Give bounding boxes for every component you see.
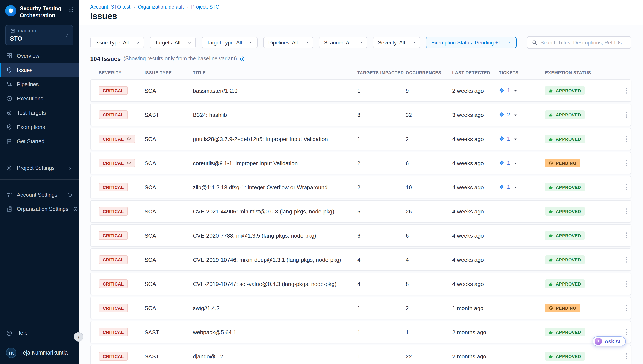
table-row[interactable]: CRITICAL SAST django@1.2 1 22 2 months a… (90, 345, 631, 364)
issue-title[interactable]: CVE-2019-10747: set-value@0.4.3 (lang-pk… (193, 280, 357, 287)
filter-pipelines[interactable]: Pipelines: All (263, 37, 313, 48)
last-detected-cell: 4 weeks ago (452, 232, 499, 239)
help-button[interactable]: Help (6, 327, 73, 339)
issue-type-cell: SAST (145, 329, 193, 335)
issue-title[interactable]: django@1.2 (193, 353, 357, 360)
tickets-cell: 1 (499, 87, 545, 94)
row-menu-kebab[interactable] (623, 206, 630, 217)
sidebar-item-account-settings[interactable]: Account Settings (0, 188, 79, 202)
filter-targets[interactable]: Targets: All (150, 37, 196, 48)
severity-cell: CRITICAL (99, 159, 145, 167)
issue-title[interactable]: gnutls28@3.7.9-2+deb12u5: Improper Input… (193, 136, 357, 142)
cube-icon (10, 28, 16, 34)
ticket-link[interactable]: 1 (499, 159, 510, 166)
issue-title[interactable]: B324: hashlib (193, 112, 357, 118)
table-row[interactable]: CRITICAL SCA swig//1.4.2 1 2 1 month ago… (90, 297, 631, 319)
column-header-issue-type[interactable]: ISSUE TYPE (145, 70, 193, 75)
table-row[interactable]: CRITICAL SCA CVE-2021-44906: minimist@0.… (90, 200, 631, 222)
breadcrumb-link-account-sto-test[interactable]: Account: STO test (90, 4, 130, 10)
breadcrumb-link-organization-default[interactable]: Organization: default (138, 4, 184, 10)
filter-target-type[interactable]: Target Type: All (202, 37, 258, 48)
sidebar-item-overview[interactable]: Overview (0, 49, 79, 63)
sidebar-item-issues[interactable]: Issues (0, 63, 79, 78)
table-row[interactable]: CRITICAL SCA bassmaster//1.2.0 1 9 2 wee… (90, 79, 631, 102)
search-input[interactable] (540, 40, 626, 46)
row-menu-kebab[interactable] (623, 182, 630, 193)
filter-exemption-status[interactable]: Exemption Status: Pending +1 (426, 37, 517, 48)
search-box[interactable] (527, 36, 631, 49)
sidebar-item-exemptions[interactable]: Exemptions (0, 120, 79, 134)
exemption-cell: APPROVED (545, 255, 622, 264)
table-row[interactable]: CRITICAL SCA CVE-2019-10747: set-value@0… (90, 272, 631, 295)
sidebar-item-organization-settings[interactable]: Organization Settings (0, 202, 79, 216)
column-header-targets-impacted[interactable]: TARGETS IMPACTED (357, 70, 406, 75)
ticket-caret[interactable] (513, 88, 518, 93)
table-row[interactable]: CRITICAL SCA CVE-2019-10746: mixin-deep@… (90, 248, 631, 271)
row-menu-kebab[interactable] (623, 302, 630, 314)
row-menu-kebab[interactable] (623, 254, 630, 265)
table-row[interactable]: CRITICAL SAST webpack@5.64.1 1 1 2 month… (90, 321, 631, 343)
user-menu[interactable]: TK Teja Kummarikuntla (6, 347, 73, 359)
issue-title[interactable]: zlib@1:1.2.13.dfsg-1: Integer Overflow o… (193, 184, 357, 190)
sidebar-item-project-settings[interactable]: Project Settings (0, 161, 79, 175)
table-row[interactable]: CRITICAL SCA CVE-2020-7788: ini@1.3.5 (l… (90, 224, 631, 247)
sidebar-item-test-targets[interactable]: Test Targets (0, 106, 79, 120)
issue-title[interactable]: bassmaster//1.2.0 (193, 87, 357, 94)
project-name: STO (10, 35, 64, 42)
help-label: Help (17, 330, 28, 336)
chevron-right-icon (65, 33, 70, 38)
issue-title[interactable]: CVE-2021-44906: minimist@0.0.8 (lang-pkg… (193, 208, 357, 214)
ticket-link[interactable]: 1 (499, 135, 510, 142)
issue-title[interactable]: coreutils@9.1-1: Improper Input Validati… (193, 160, 357, 166)
filter-scanner[interactable]: Scanner: All (319, 37, 367, 48)
info-icon[interactable] (240, 56, 245, 62)
issue-title[interactable]: CVE-2019-10746: mixin-deep@1.3.1 (lang-p… (193, 256, 357, 263)
targets-impacted-cell: 5 (357, 208, 406, 214)
filter-severity[interactable]: Severity: All (373, 37, 421, 48)
exemption-status-badge: APPROVED (545, 134, 584, 143)
column-header-title[interactable]: TITLE (193, 70, 357, 75)
column-header-severity[interactable]: SEVERITY (99, 70, 145, 75)
row-menu-kebab[interactable] (623, 351, 630, 362)
row-menu-kebab[interactable] (623, 85, 630, 96)
project-selector[interactable]: PROJECT STO (5, 25, 73, 46)
sidebar-item-executions[interactable]: Executions (0, 92, 79, 106)
column-header-exemption-status[interactable]: EXEMPTION STATUS (545, 70, 622, 75)
ticket-caret[interactable] (513, 185, 518, 190)
ticket-link[interactable]: 2 (499, 111, 510, 118)
table-row[interactable]: CRITICAL SCA gnutls28@3.7.9-2+deb12u5: I… (90, 128, 631, 150)
chevron-down-icon (359, 40, 363, 45)
sidebar-item-pipelines[interactable]: Pipelines (0, 78, 79, 92)
row-menu-kebab[interactable] (623, 326, 630, 338)
sidebar-collapse-handle[interactable]: ‹ (74, 332, 83, 342)
table-row[interactable]: CRITICAL SCA coreutils@9.1-1: Improper I… (90, 152, 631, 174)
row-menu-kebab[interactable] (623, 278, 630, 290)
ticket-caret[interactable] (513, 161, 518, 166)
targets-impacted-cell: 4 (357, 280, 406, 287)
ticket-caret[interactable] (513, 112, 518, 117)
ask-ai-button[interactable]: Ask AI (592, 336, 626, 346)
column-header-occurrences[interactable]: OCCURRENCES (406, 70, 452, 75)
table-row[interactable]: CRITICAL SCA zlib@1:1.2.13.dfsg-1: Integ… (90, 176, 631, 198)
sidebar-item-get-started[interactable]: Get Started (0, 134, 79, 148)
row-menu-kebab[interactable] (623, 230, 630, 241)
page-title: Issues (90, 11, 631, 21)
severity-badge: CRITICAL (99, 110, 128, 119)
ticket-caret[interactable] (513, 136, 518, 141)
breadcrumb-link-project-sto[interactable]: Project: STO (191, 4, 219, 10)
module-grid-icon[interactable] (68, 5, 74, 15)
issue-title[interactable]: CVE-2020-7788: ini@1.3.5 (lang-pkgs, nod… (193, 232, 357, 239)
ticket-link[interactable]: 1 (499, 87, 510, 93)
column-header-last-detected[interactable]: LAST DETECTED (452, 70, 499, 75)
tickets-cell: 1 (499, 184, 545, 191)
filter-issue-type[interactable]: Issue Type: All (90, 37, 144, 48)
issue-title[interactable]: webpack@5.64.1 (193, 329, 357, 335)
ticket-link[interactable]: 1 (499, 184, 510, 190)
table-row[interactable]: CRITICAL SAST B324: hashlib 8 32 3 weeks… (90, 104, 631, 126)
row-menu-kebab[interactable] (623, 109, 630, 120)
row-menu-kebab[interactable] (623, 158, 630, 169)
column-header-tickets[interactable]: TICKETS (499, 70, 545, 75)
row-menu-kebab[interactable] (623, 133, 630, 144)
last-detected-cell: 4 weeks ago (452, 208, 499, 214)
issue-title[interactable]: swig//1.4.2 (193, 305, 357, 311)
